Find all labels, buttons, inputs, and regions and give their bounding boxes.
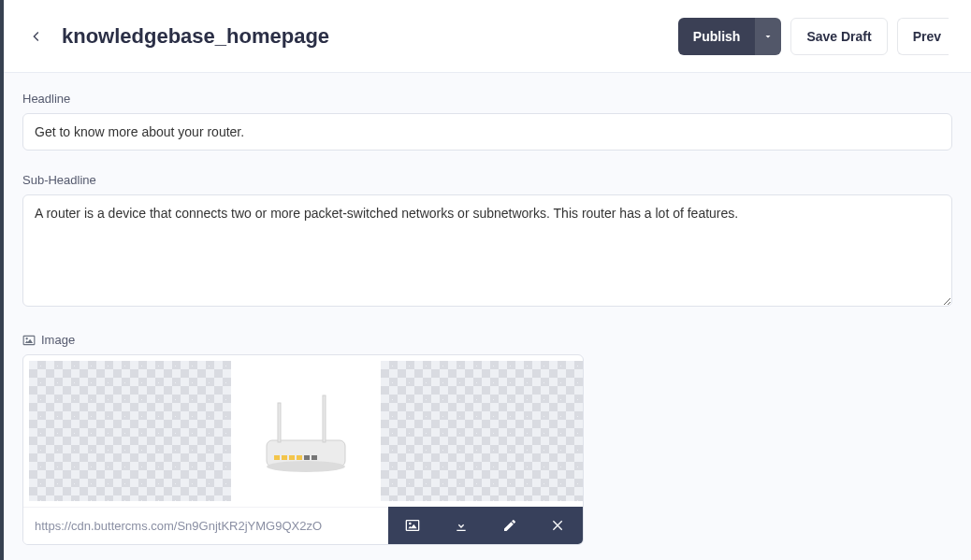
svg-rect-2 (278, 403, 281, 442)
image-thumb-strip (23, 355, 583, 507)
download-icon (454, 518, 469, 533)
back-button[interactable] (24, 24, 49, 49)
svg-rect-7 (297, 455, 302, 460)
image-replace-button[interactable] (388, 507, 437, 544)
top-actions: Publish Save Draft Prev (678, 18, 949, 55)
subheadline-textarea[interactable] (22, 194, 952, 307)
image-url-text: https://cdn.buttercms.com/Sn9GnjtKR2jYMG… (23, 507, 388, 544)
page-title: knowledgebase_homepage (62, 24, 329, 49)
image-transparent-left (29, 361, 231, 501)
edit-icon (502, 518, 517, 533)
svg-rect-3 (323, 395, 326, 442)
svg-rect-5 (282, 455, 287, 460)
image-label-text: Image (41, 333, 75, 347)
left-accent-stripe (0, 0, 4, 560)
image-transparent-right (381, 361, 583, 501)
image-remove-button[interactable] (534, 507, 583, 544)
save-draft-button[interactable]: Save Draft (790, 18, 887, 55)
image-label: Image (22, 333, 952, 347)
svg-rect-4 (274, 455, 280, 460)
content-area: Headline Sub-Headline Image (4, 73, 971, 560)
svg-rect-6 (289, 455, 295, 460)
caret-down-icon (762, 31, 774, 42)
headline-label: Headline (22, 92, 952, 106)
svg-point-1 (267, 461, 345, 472)
publish-dropdown-toggle[interactable] (755, 18, 781, 55)
subheadline-label: Sub-Headline (22, 173, 952, 187)
publish-label: Publish (678, 18, 756, 55)
image-field-block: Image (22, 333, 952, 545)
publish-button[interactable]: Publish (678, 18, 782, 55)
svg-rect-9 (312, 455, 317, 460)
close-icon (551, 518, 566, 533)
image-router-thumb[interactable] (235, 361, 377, 501)
top-bar: knowledgebase_homepage Publish Save Draf… (4, 0, 971, 73)
image-icon (22, 334, 36, 347)
chevron-left-icon (29, 29, 44, 44)
image-footer: https://cdn.buttercms.com/Sn9GnjtKR2jYMG… (23, 507, 583, 544)
headline-field-block: Headline (22, 92, 952, 151)
image-edit-button[interactable] (486, 507, 534, 544)
picture-icon (405, 518, 420, 533)
subheadline-field-block: Sub-Headline (22, 173, 952, 310)
router-icon (250, 375, 362, 487)
image-actions (388, 507, 583, 544)
svg-rect-8 (304, 455, 310, 460)
headline-input[interactable] (22, 113, 952, 151)
image-download-button[interactable] (437, 507, 486, 544)
preview-button[interactable]: Prev (897, 18, 949, 55)
image-card: https://cdn.buttercms.com/Sn9GnjtKR2jYMG… (22, 354, 584, 545)
